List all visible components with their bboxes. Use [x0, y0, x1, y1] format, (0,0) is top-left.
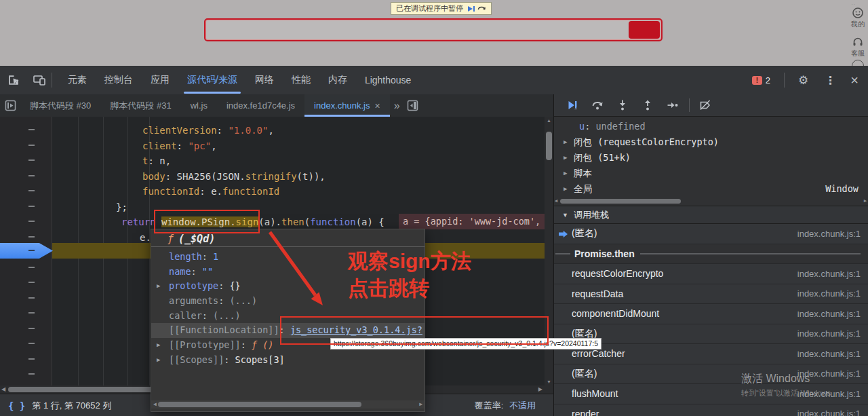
device-toolbar-button[interactable] [31, 72, 47, 88]
toolbar-right-cluster: ! 2 ⚙ ⋮ × [752, 66, 868, 94]
rail-item-mine[interactable]: 我的 [848, 7, 868, 29]
search-button[interactable] [629, 21, 660, 39]
line-wrap-dash [28, 159, 35, 161]
toolbar-divider [52, 73, 52, 88]
step-out-button[interactable] [637, 96, 658, 114]
file-tab-脚本代码段 #31[interactable]: 脚本代码段 #31 [100, 94, 180, 117]
file-tab-index.fe1d7c4e.js[interactable]: index.fe1d7c4e.js [217, 94, 304, 117]
code-line: body: SHA256(JSON.stringify(t)), [142, 169, 326, 185]
popup-prop-Scopes[interactable]: ▶[[Scopes]]: Scopes[3] [151, 353, 425, 368]
frame-file-location[interactable]: index.chunk.js:1 [797, 349, 861, 359]
scope-row-全局[interactable]: ▶全局Window [554, 181, 868, 197]
toggle-navigator-icon[interactable] [0, 94, 20, 117]
devtools-tab-性能[interactable]: 性能 [283, 66, 319, 94]
scroll-left-arrow-icon[interactable]: ◀ [153, 401, 157, 407]
scroll-right-arrow-icon[interactable]: ▶ [538, 386, 542, 392]
frame-file-location[interactable]: index.chunk.js:1 [797, 288, 861, 299]
frame-file-location[interactable]: index.chunk.js:1 [797, 389, 861, 399]
expand-triangle-icon[interactable]: ▶ [564, 166, 567, 181]
devtools-tab-控制台[interactable]: 控制台 [96, 66, 142, 94]
devtools-tab-网络[interactable]: 网络 [246, 66, 283, 94]
frame-function-name: render [572, 409, 599, 416]
current-frame-arrow-icon [559, 231, 568, 238]
more-options-kebab-icon[interactable]: ⋮ [825, 74, 835, 87]
scope-row-闭包[interactable]: ▶闭包 (51+k) [554, 150, 868, 166]
code-token: functionId [142, 186, 199, 197]
devtools-tab-源代码/来源[interactable]: 源代码/来源 [178, 66, 246, 94]
code-token: body [142, 171, 165, 182]
code-token: : [148, 155, 159, 166]
annotation-text-line1: 观察sign方法 [348, 248, 471, 276]
resume-script-icon[interactable] [468, 6, 473, 12]
search-input[interactable] [204, 18, 663, 41]
devtools-tab-内存[interactable]: 内存 [319, 66, 356, 94]
devtools-tab-Lighthouse[interactable]: Lighthouse [356, 66, 420, 94]
toggle-sidebar-icon[interactable] [403, 94, 423, 117]
horizontal-scroll-thumb[interactable] [560, 199, 681, 204]
scroll-right-arrow-icon[interactable]: ▶ [864, 198, 867, 204]
error-badge[interactable]: ! 2 [752, 75, 770, 86]
file-tab-wl.js[interactable]: wl.js [181, 94, 217, 117]
frame-file-location[interactable]: index.chunk.js:1 [797, 368, 861, 379]
horizontal-scroll-thumb[interactable] [158, 402, 361, 407]
step-over-icon[interactable] [477, 5, 486, 12]
code-token: "pc" [188, 140, 211, 151]
deactivate-breakpoints-button[interactable] [695, 96, 715, 114]
frame-file-location[interactable]: index.chunk.js:1 [797, 309, 861, 319]
file-tab-index.chunk.js[interactable]: index.chunk.js× [304, 94, 390, 117]
scroll-left-arrow-icon[interactable]: ◀ [555, 198, 557, 204]
resume-script-button[interactable] [562, 96, 583, 114]
frame-file-location[interactable]: index.chunk.js:1 [797, 269, 861, 279]
devtools-tab-元素[interactable]: 元素 [59, 66, 96, 94]
expand-triangle-icon[interactable]: ▶ [564, 150, 567, 166]
call-stack-frame[interactable]: (匿名)index.chunk.js:1 [554, 364, 868, 385]
expand-triangle-icon[interactable]: ▶ [157, 338, 160, 353]
step-into-button[interactable] [612, 96, 633, 114]
call-stack-section-header[interactable]: ▼ 调用堆栈 [554, 206, 868, 224]
call-stack-frame[interactable]: renderindex.chunk.js:1 [554, 404, 868, 416]
frame-file-location[interactable]: index.chunk.js:1 [797, 328, 861, 339]
frame-function-name: (匿名) [572, 368, 597, 380]
scroll-up-arrow-icon[interactable]: ▲ [545, 118, 553, 123]
frame-file-location[interactable]: index.chunk.js:1 [797, 409, 861, 416]
call-stack-frame[interactable]: componentDidMountindex.chunk.js:1 [554, 304, 868, 324]
step-button[interactable] [663, 96, 683, 114]
rail-item-service[interactable]: 客服 [848, 36, 868, 58]
pretty-print-icon[interactable]: { } [8, 400, 25, 411]
call-stack-frame[interactable]: requestDataindex.chunk.js:1 [554, 284, 868, 305]
smiley-icon [852, 7, 864, 19]
call-stack-title: 调用堆栈 [574, 209, 609, 221]
prop-value: "" [202, 266, 213, 277]
expand-triangle-icon[interactable]: ▶ [564, 134, 567, 150]
more-tabs-chevrons[interactable]: » [390, 94, 403, 117]
call-stack-frame[interactable]: requestColorEncryptoindex.chunk.js:1 [554, 264, 868, 284]
variable-value: undefined [595, 121, 645, 132]
scope-row-闭包[interactable]: ▶闭包 (requestColorEncrypto) [554, 134, 868, 150]
popup-horizontal-scrollbar[interactable]: ◀ ▶ [151, 400, 425, 409]
scope-horizontal-scrollbar[interactable]: ◀ ▶ [554, 197, 868, 205]
devtools-tab-应用[interactable]: 应用 [142, 66, 178, 94]
step-over-button[interactable] [587, 96, 608, 114]
file-tab-脚本代码段 #30[interactable]: 脚本代码段 #30 [20, 94, 100, 117]
frame-file-location[interactable]: index.chunk.js:1 [797, 229, 861, 239]
line-wrap-dash [28, 328, 35, 329]
expand-triangle-icon[interactable]: ▶ [157, 279, 160, 294]
close-tab-icon[interactable]: × [374, 100, 380, 111]
inspect-element-button[interactable] [5, 72, 22, 88]
scroll-right-arrow-icon[interactable]: ▶ [419, 401, 422, 407]
frame-function-name: flushMount [572, 388, 618, 399]
scope-row-脚本[interactable]: ▶脚本 [554, 166, 868, 181]
collapse-triangle-icon[interactable]: ▼ [562, 212, 568, 219]
scroll-down-arrow-icon[interactable]: ▼ [545, 379, 553, 384]
vertical-scroll-thumb[interactable] [546, 132, 552, 160]
scroll-left-arrow-icon[interactable]: ◀ [1, 386, 5, 392]
expand-triangle-icon[interactable]: ▶ [564, 181, 567, 197]
call-stack-frame[interactable]: flushMountindex.chunk.js:1 [554, 384, 868, 404]
expand-triangle-icon[interactable]: ▶ [157, 353, 160, 368]
scope-tree: ▶闭包 (requestColorEncrypto)▶闭包 (51+k)▶脚本▶… [554, 134, 868, 197]
settings-gear-icon[interactable]: ⚙ [798, 73, 808, 88]
call-stack-frame[interactable]: (匿名)index.chunk.js:1 [554, 224, 868, 244]
code-token: , [268, 125, 273, 136]
close-devtools-icon[interactable]: × [850, 73, 859, 87]
devtools-main-toolbar: 元素控制台应用源代码/来源网络性能内存Lighthouse ! 2 ⚙ ⋮ × [0, 66, 868, 95]
